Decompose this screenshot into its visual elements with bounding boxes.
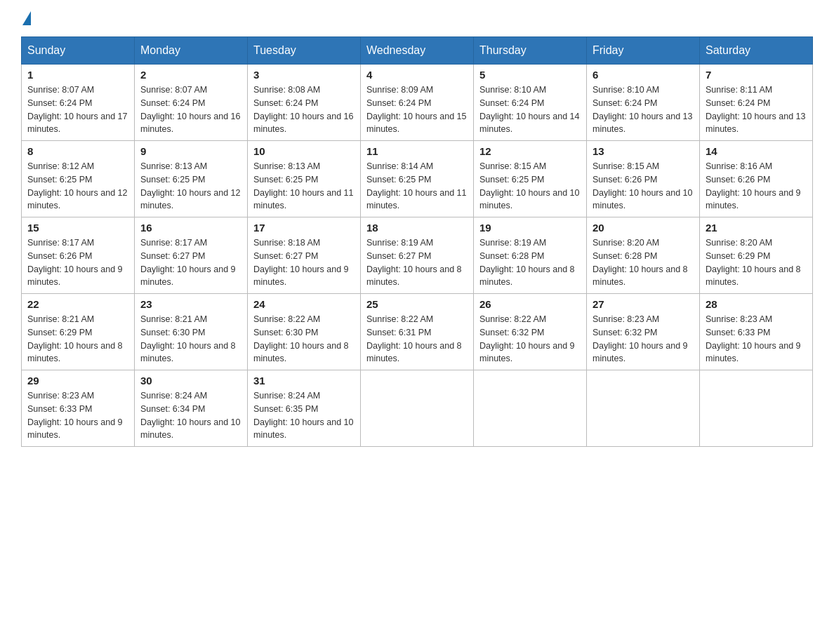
day-info: Sunrise: 8:15 AM Sunset: 6:25 PM Dayligh…	[479, 160, 581, 213]
day-info: Sunrise: 8:20 AM Sunset: 6:29 PM Dayligh…	[706, 236, 807, 289]
day-number: 25	[366, 298, 468, 310]
calendar-cell: 28 Sunrise: 8:23 AM Sunset: 6:33 PM Dayl…	[700, 294, 813, 370]
day-number: 20	[593, 222, 694, 234]
day-header-saturday: Saturday	[700, 37, 813, 65]
calendar-cell: 9 Sunrise: 8:13 AM Sunset: 6:25 PM Dayli…	[135, 141, 248, 217]
day-number: 21	[706, 222, 807, 234]
calendar-cell: 2 Sunrise: 8:07 AM Sunset: 6:24 PM Dayli…	[135, 65, 248, 141]
calendar-cell: 14 Sunrise: 8:16 AM Sunset: 6:26 PM Dayl…	[700, 141, 813, 217]
day-info: Sunrise: 8:22 AM Sunset: 6:31 PM Dayligh…	[366, 313, 468, 365]
day-number: 13	[593, 145, 694, 157]
day-number: 16	[140, 222, 241, 234]
calendar-cell: 19 Sunrise: 8:19 AM Sunset: 6:28 PM Dayl…	[474, 217, 587, 294]
calendar-cell	[587, 370, 700, 447]
day-number: 2	[140, 69, 241, 81]
day-number: 18	[366, 222, 468, 234]
day-info: Sunrise: 8:10 AM Sunset: 6:24 PM Dayligh…	[593, 83, 694, 136]
day-info: Sunrise: 8:18 AM Sunset: 6:27 PM Dayligh…	[253, 236, 355, 289]
day-number: 15	[27, 222, 128, 234]
day-number: 12	[479, 145, 581, 157]
calendar-cell: 31 Sunrise: 8:24 AM Sunset: 6:35 PM Dayl…	[248, 370, 361, 447]
calendar-cell: 16 Sunrise: 8:17 AM Sunset: 6:27 PM Dayl…	[135, 217, 248, 294]
calendar-week-3: 15 Sunrise: 8:17 AM Sunset: 6:26 PM Dayl…	[22, 217, 813, 294]
day-header-thursday: Thursday	[474, 37, 587, 65]
calendar-cell: 24 Sunrise: 8:22 AM Sunset: 6:30 PM Dayl…	[248, 294, 361, 370]
day-info: Sunrise: 8:22 AM Sunset: 6:30 PM Dayligh…	[253, 313, 355, 365]
calendar-cell: 6 Sunrise: 8:10 AM Sunset: 6:24 PM Dayli…	[587, 65, 700, 141]
day-number: 11	[366, 145, 468, 157]
calendar-table: SundayMondayTuesdayWednesdayThursdayFrid…	[21, 36, 813, 447]
day-number: 10	[253, 145, 355, 157]
day-info: Sunrise: 8:16 AM Sunset: 6:26 PM Dayligh…	[706, 160, 807, 213]
day-header-monday: Monday	[135, 37, 248, 65]
calendar-cell: 15 Sunrise: 8:17 AM Sunset: 6:26 PM Dayl…	[22, 217, 135, 294]
calendar-cell: 25 Sunrise: 8:22 AM Sunset: 6:31 PM Dayl…	[361, 294, 474, 370]
calendar-cell: 1 Sunrise: 8:07 AM Sunset: 6:24 PM Dayli…	[22, 65, 135, 141]
calendar-cell: 11 Sunrise: 8:14 AM Sunset: 6:25 PM Dayl…	[361, 141, 474, 217]
logo	[21, 14, 31, 22]
day-number: 28	[706, 298, 807, 310]
calendar-cell: 30 Sunrise: 8:24 AM Sunset: 6:34 PM Dayl…	[135, 370, 248, 447]
day-number: 17	[253, 222, 355, 234]
day-info: Sunrise: 8:19 AM Sunset: 6:28 PM Dayligh…	[479, 236, 581, 289]
day-number: 8	[27, 145, 128, 157]
calendar-header-row: SundayMondayTuesdayWednesdayThursdayFrid…	[22, 37, 813, 65]
calendar-cell: 18 Sunrise: 8:19 AM Sunset: 6:27 PM Dayl…	[361, 217, 474, 294]
calendar-cell: 8 Sunrise: 8:12 AM Sunset: 6:25 PM Dayli…	[22, 141, 135, 217]
day-header-wednesday: Wednesday	[361, 37, 474, 65]
day-number: 31	[253, 375, 355, 387]
day-info: Sunrise: 8:22 AM Sunset: 6:32 PM Dayligh…	[479, 313, 581, 365]
day-header-tuesday: Tuesday	[248, 37, 361, 65]
day-info: Sunrise: 8:09 AM Sunset: 6:24 PM Dayligh…	[366, 83, 468, 136]
day-info: Sunrise: 8:07 AM Sunset: 6:24 PM Dayligh…	[27, 83, 128, 136]
day-info: Sunrise: 8:07 AM Sunset: 6:24 PM Dayligh…	[140, 83, 241, 136]
day-info: Sunrise: 8:23 AM Sunset: 6:33 PM Dayligh…	[27, 389, 128, 442]
calendar-cell: 7 Sunrise: 8:11 AM Sunset: 6:24 PM Dayli…	[700, 65, 813, 141]
calendar-cell	[361, 370, 474, 447]
day-info: Sunrise: 8:12 AM Sunset: 6:25 PM Dayligh…	[27, 160, 128, 213]
calendar-cell: 4 Sunrise: 8:09 AM Sunset: 6:24 PM Dayli…	[361, 65, 474, 141]
day-info: Sunrise: 8:23 AM Sunset: 6:33 PM Dayligh…	[706, 313, 807, 365]
calendar-cell: 13 Sunrise: 8:15 AM Sunset: 6:26 PM Dayl…	[587, 141, 700, 217]
day-info: Sunrise: 8:24 AM Sunset: 6:35 PM Dayligh…	[253, 389, 355, 442]
day-number: 19	[479, 222, 581, 234]
day-info: Sunrise: 8:23 AM Sunset: 6:32 PM Dayligh…	[593, 313, 694, 365]
day-info: Sunrise: 8:13 AM Sunset: 6:25 PM Dayligh…	[253, 160, 355, 213]
day-number: 1	[27, 69, 128, 81]
day-number: 14	[706, 145, 807, 157]
calendar-week-5: 29 Sunrise: 8:23 AM Sunset: 6:33 PM Dayl…	[22, 370, 813, 447]
day-number: 27	[593, 298, 694, 310]
day-info: Sunrise: 8:08 AM Sunset: 6:24 PM Dayligh…	[253, 83, 355, 136]
day-number: 30	[140, 375, 241, 387]
day-header-sunday: Sunday	[22, 37, 135, 65]
day-info: Sunrise: 8:11 AM Sunset: 6:24 PM Dayligh…	[706, 83, 807, 136]
calendar-cell: 10 Sunrise: 8:13 AM Sunset: 6:25 PM Dayl…	[248, 141, 361, 217]
day-info: Sunrise: 8:19 AM Sunset: 6:27 PM Dayligh…	[366, 236, 468, 289]
day-info: Sunrise: 8:21 AM Sunset: 6:29 PM Dayligh…	[27, 313, 128, 365]
day-header-friday: Friday	[587, 37, 700, 65]
calendar-cell: 23 Sunrise: 8:21 AM Sunset: 6:30 PM Dayl…	[135, 294, 248, 370]
logo-text	[21, 14, 31, 25]
calendar-cell: 26 Sunrise: 8:22 AM Sunset: 6:32 PM Dayl…	[474, 294, 587, 370]
day-number: 26	[479, 298, 581, 310]
day-info: Sunrise: 8:13 AM Sunset: 6:25 PM Dayligh…	[140, 160, 241, 213]
day-info: Sunrise: 8:10 AM Sunset: 6:24 PM Dayligh…	[479, 83, 581, 136]
day-number: 3	[253, 69, 355, 81]
day-number: 22	[27, 298, 128, 310]
calendar-cell: 27 Sunrise: 8:23 AM Sunset: 6:32 PM Dayl…	[587, 294, 700, 370]
day-number: 9	[140, 145, 241, 157]
day-info: Sunrise: 8:20 AM Sunset: 6:28 PM Dayligh…	[593, 236, 694, 289]
calendar-cell	[474, 370, 587, 447]
day-info: Sunrise: 8:15 AM Sunset: 6:26 PM Dayligh…	[593, 160, 694, 213]
day-number: 6	[593, 69, 694, 81]
day-number: 4	[366, 69, 468, 81]
day-info: Sunrise: 8:14 AM Sunset: 6:25 PM Dayligh…	[366, 160, 468, 213]
day-number: 5	[479, 69, 581, 81]
calendar-week-1: 1 Sunrise: 8:07 AM Sunset: 6:24 PM Dayli…	[22, 65, 813, 141]
day-number: 23	[140, 298, 241, 310]
calendar-cell: 5 Sunrise: 8:10 AM Sunset: 6:24 PM Dayli…	[474, 65, 587, 141]
calendar-week-4: 22 Sunrise: 8:21 AM Sunset: 6:29 PM Dayl…	[22, 294, 813, 370]
calendar-cell: 29 Sunrise: 8:23 AM Sunset: 6:33 PM Dayl…	[22, 370, 135, 447]
day-info: Sunrise: 8:24 AM Sunset: 6:34 PM Dayligh…	[140, 389, 241, 442]
logo-triangle-icon	[22, 11, 31, 25]
